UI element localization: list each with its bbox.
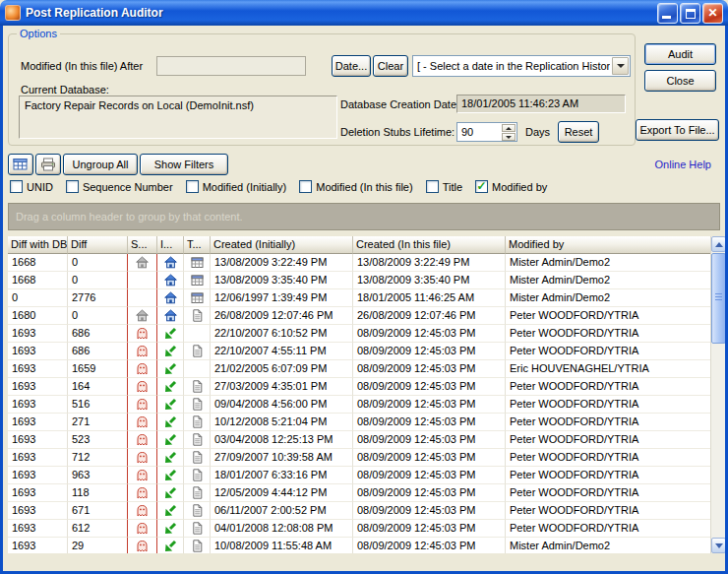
table-row[interactable]: 169311812/05/2009 4:44:12 PM08/09/2009 1… [8,484,710,502]
column-header[interactable]: S... [128,236,157,254]
column-header[interactable]: Created (Initially) [211,236,353,254]
table-row[interactable]: 169316427/03/2009 4:35:01 PM08/09/2009 1… [8,378,710,396]
table-cell: Peter WOODFORD/YTRIA [506,414,710,431]
column-toggle[interactable]: Title [426,180,462,193]
column-header[interactable]: Diff with DB [8,236,68,254]
online-help-link[interactable]: Online Help [655,159,711,170]
table-cell: 08/09/2009 12:45:03 PM [353,467,506,484]
vertical-scrollbar[interactable] [710,236,725,553]
incoming-replication-arrow-icon [164,415,177,428]
show-filters-button[interactable]: Show Filters [140,154,228,175]
reset-button[interactable]: Reset [558,121,599,143]
column-toggle[interactable]: Modified (In this file) [299,180,412,193]
column-header[interactable]: Modified by [506,236,710,254]
replication-history-dropdown[interactable]: [ - Select a date in the Replication His… [412,55,631,77]
table-row[interactable]: 169367106/11/2007 2:00:52 PM08/09/2009 1… [8,502,710,520]
ghost-icon [136,345,149,357]
house-blue-icon [164,256,177,269]
table-row[interactable]: 169361204/01/2008 12:08:08 PM08/09/2009 … [8,520,710,538]
column-header[interactable]: I... [157,236,184,254]
table-cell [128,254,157,272]
deletion-stubs-stepper[interactable]: 90 [456,122,517,142]
table-cell: 0 [68,307,128,325]
checkbox-icon[interactable] [426,180,439,193]
minimize-button[interactable] [657,3,678,24]
close-button[interactable]: ✕ [702,3,723,24]
table-row[interactable]: 16932910/08/2009 11:55:48 AM08/09/2009 1… [8,538,710,553]
creation-date-value-box: 18/01/2005 11:46:23 AM [456,95,626,113]
document-icon [191,415,204,428]
incoming-replication-arrow-icon [164,540,177,552]
checkbox-checked-icon[interactable]: ✓ [475,180,488,193]
column-header[interactable]: Diff [68,236,128,254]
table-cell: Peter WOODFORD/YTRIA [506,520,710,538]
ghost-icon [136,486,149,499]
export-to-file-button[interactable]: Export To File... [636,119,719,141]
scrollbar-down-button[interactable] [711,538,725,553]
checkbox-icon[interactable] [66,180,79,193]
grid-button[interactable] [8,154,33,175]
ungroup-all-button[interactable]: Ungroup All [63,154,138,175]
current-database-label: Current Database: [21,84,109,96]
table-row[interactable]: 0277612/06/1997 1:39:49 PM18/01/2005 11:… [8,289,710,307]
house-gray-icon [136,256,149,269]
checkbox-icon[interactable] [186,180,199,193]
table-cell [157,360,184,378]
stepper-up-button[interactable] [502,124,516,132]
scrollbar-thumb[interactable] [711,253,725,344]
title-bar[interactable]: Post Replication Auditor ✕ [0,0,728,26]
incoming-replication-arrow-icon [164,433,177,446]
table-row[interactable]: 1668013/08/2009 3:35:40 PM13/08/2009 3:3… [8,272,710,289]
chevron-down-icon [617,64,625,68]
modified-after-input[interactable] [156,56,306,76]
document-icon [191,451,204,464]
date-button[interactable]: Date... [332,55,371,77]
stepper-down-button[interactable] [502,133,516,141]
column-toggle[interactable]: Sequence Number [66,180,173,193]
column-header[interactable]: Created (In this file) [353,236,506,254]
checkbox-icon[interactable] [10,180,23,193]
table-row[interactable]: 169368622/10/2007 6:10:52 PM08/09/2009 1… [8,325,710,343]
close-dialog-button[interactable]: Close [644,70,716,92]
clear-button[interactable]: Clear [373,55,408,77]
table-row[interactable]: 169352303/04/2008 12:25:13 PM08/09/2009 … [8,431,710,449]
incoming-replication-arrow-icon [164,327,177,340]
table-cell [128,289,157,307]
table-cell [128,449,157,467]
table-cell [157,396,184,414]
table-row[interactable]: 169327110/12/2008 5:21:04 PM08/09/2009 1… [8,414,710,431]
scrollbar-up-button[interactable] [711,236,725,252]
column-header[interactable]: T... [184,236,211,254]
maximize-button[interactable] [680,3,700,24]
table-row[interactable]: 169368622/10/2007 4:55:11 PM08/09/2009 1… [8,343,710,360]
table-cell: 1693 [8,538,68,553]
table-cell [128,325,157,343]
options-group-label: Options [17,28,60,39]
table-row[interactable]: 169371227/09/2007 10:39:58 AM08/09/2009 … [8,449,710,467]
table-cell [184,289,211,307]
column-header-label: Diff with DB [11,238,67,250]
checkbox-icon[interactable] [299,180,312,193]
house-gray-icon [136,309,149,322]
table-cell: 1668 [8,254,68,272]
table-row[interactable]: 1693165921/02/2005 6:07:09 PM08/09/2009 … [8,360,710,378]
table-cell: 18/01/2007 6:33:16 PM [211,467,353,484]
audit-button[interactable]: Audit [644,43,716,65]
chevron-up-icon [506,127,512,130]
column-header-label: Created (In this file) [356,238,451,250]
table-row[interactable]: 1680026/08/2009 12:07:46 PM26/08/2009 12… [8,307,710,325]
table-cell [184,254,211,272]
table-row[interactable]: 169396318/01/2007 6:33:16 PM08/09/2009 1… [8,467,710,484]
column-toggle[interactable]: ✓Modified by [475,180,547,193]
dropdown-arrow-button[interactable] [612,57,629,75]
print-button[interactable] [35,154,61,175]
incoming-replication-arrow-icon [164,469,177,481]
table-row[interactable]: 169351609/04/2008 4:56:00 PM08/09/2009 1… [8,396,710,414]
column-toggle[interactable]: Modified (Initially) [186,180,287,193]
column-toggle[interactable]: UNID [10,180,53,193]
document-icon [191,522,204,535]
checkbox-label: Modified by [492,181,547,193]
table-row[interactable]: 1668013/08/2009 3:22:49 PM13/08/2009 3:2… [8,254,710,272]
group-by-bar[interactable]: Drag a column header to group by that co… [8,203,720,230]
table-document-icon [191,256,204,269]
